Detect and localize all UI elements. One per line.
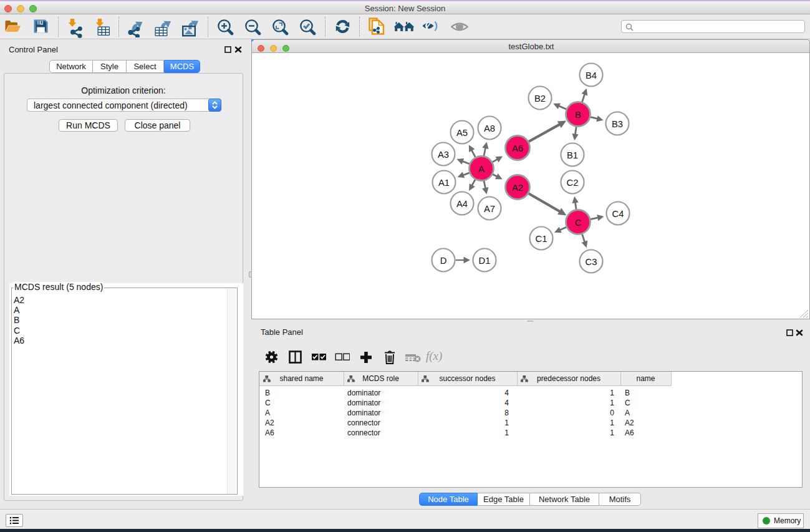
svg-text:A8: A8: [484, 123, 495, 133]
svg-text:A1: A1: [438, 178, 450, 188]
svg-text:A: A: [478, 164, 485, 174]
svg-text:C1: C1: [536, 234, 547, 244]
svg-text:D: D: [440, 256, 447, 266]
svg-text:B1: B1: [567, 150, 578, 160]
svg-text:C3: C3: [586, 257, 597, 267]
svg-text:B: B: [575, 110, 581, 120]
svg-text:A5: A5: [456, 128, 468, 138]
svg-text:A4: A4: [456, 199, 468, 209]
svg-text:C2: C2: [567, 178, 579, 188]
svg-text:B2: B2: [534, 94, 546, 104]
svg-text:A2: A2: [512, 183, 523, 193]
svg-text:A6: A6: [512, 143, 523, 153]
svg-text:A3: A3: [438, 150, 449, 160]
svg-text:B3: B3: [612, 119, 623, 129]
svg-text:B4: B4: [586, 70, 597, 80]
svg-text:D1: D1: [479, 256, 491, 266]
svg-text:A7: A7: [484, 204, 495, 214]
svg-text:C4: C4: [612, 209, 624, 219]
svg-text:C: C: [575, 218, 582, 228]
